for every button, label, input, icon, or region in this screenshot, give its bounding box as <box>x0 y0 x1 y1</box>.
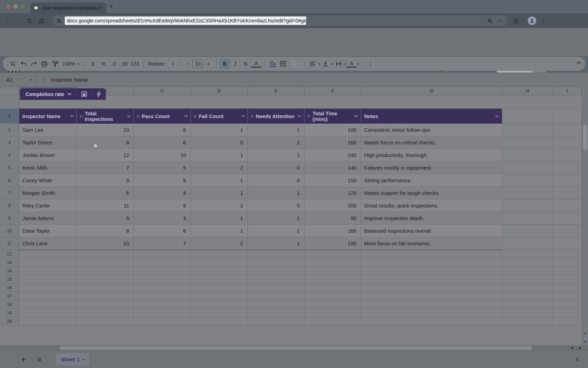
cell[interactable]: 2 <box>248 136 304 149</box>
row-header-18[interactable]: 18 <box>0 300 19 309</box>
table-row-4[interactable]: Jordan Brown121011240High productivity; … <box>19 149 502 162</box>
cell[interactable]: Riley Carter <box>19 199 77 212</box>
sheet-tab-caret-icon[interactable]: ▾ <box>83 357 84 361</box>
cell[interactable]: Needs focus on critical checks. <box>361 136 502 149</box>
home-icon[interactable] <box>38 18 50 24</box>
paint-format-icon[interactable] <box>50 59 60 69</box>
extensions-puzzle-icon[interactable] <box>512 18 519 24</box>
lightning-bolt-icon[interactable] <box>92 88 106 100</box>
grid-row-13[interactable] <box>19 258 582 267</box>
cell[interactable]: 1 <box>191 124 248 136</box>
row-header-17[interactable]: 17 <box>0 292 19 300</box>
table-header-needs-attention[interactable]: #Needs Attention <box>248 109 304 124</box>
reload-icon[interactable] <box>27 18 38 24</box>
column-menu-chevron-icon[interactable] <box>495 115 499 117</box>
horizontal-align-button[interactable] <box>307 59 318 69</box>
cell[interactable]: 180 <box>304 124 361 136</box>
select-all-corner[interactable] <box>0 87 19 95</box>
cell[interactable]: 1 <box>191 149 248 162</box>
cell[interactable]: 2 <box>191 162 248 174</box>
minimize-window-button[interactable] <box>13 4 18 9</box>
cell[interactable]: 10 <box>134 149 191 162</box>
grid-row-15[interactable] <box>19 275 582 284</box>
browser-tab[interactable]: User Inspection Completion S × <box>30 2 106 13</box>
table-row-6[interactable]: Casey White9810150Strong performance. <box>19 174 502 187</box>
cell[interactable]: 8 <box>77 225 134 237</box>
column-menu-chevron-icon[interactable] <box>127 115 131 117</box>
fill-color-button[interactable] <box>267 59 278 69</box>
increase-decimal-button[interactable]: .00 <box>119 59 130 69</box>
text-color-button[interactable]: A <box>251 60 261 68</box>
cell[interactable]: Casey White <box>19 174 77 187</box>
cell[interactable]: 160 <box>304 225 361 237</box>
redo-icon[interactable] <box>29 59 39 69</box>
cell[interactable]: 160 <box>304 136 361 149</box>
cell[interactable]: Strong performance. <box>361 174 502 187</box>
cell[interactable]: More focus on fail scenarios. <box>361 237 502 250</box>
merge-caret-icon[interactable]: ▾ <box>300 62 301 66</box>
grid-row-14[interactable] <box>19 267 582 275</box>
url-selection[interactable]: docs.google.com/spreadsheets/d/1nHuXdEaW… <box>65 16 306 25</box>
table-chip[interactable]: Completion rate <box>20 88 106 100</box>
column-header-G[interactable]: G <box>361 87 502 95</box>
table-header-pass-count[interactable]: #Pass Count <box>134 109 191 124</box>
row-header-9[interactable]: 9 <box>0 212 19 225</box>
close-tab-icon[interactable]: × <box>99 5 102 11</box>
chevron-down-icon[interactable] <box>68 93 71 95</box>
cell[interactable]: 0 <box>191 136 248 149</box>
close-window-button[interactable] <box>6 4 10 9</box>
column-header-H[interactable]: H <box>502 87 553 95</box>
bookmark-star-icon[interactable]: ☆ <box>498 17 503 25</box>
search-icon[interactable] <box>8 59 18 69</box>
cell[interactable]: 5 <box>77 212 134 225</box>
cell[interactable]: 200 <box>304 199 361 212</box>
row-header-2[interactable]: 2 <box>0 124 19 136</box>
bold-button[interactable]: B <box>219 59 230 69</box>
vertical-scrollbar-thumb[interactable] <box>583 125 587 150</box>
collapse-panel-icon[interactable]: ‹ <box>576 354 579 364</box>
text-wrap-button[interactable] <box>333 59 344 69</box>
horizontal-scrollbar-thumb[interactable] <box>59 346 532 350</box>
row-header-20[interactable]: 20 <box>0 317 19 326</box>
scroll-right-icon[interactable]: ▶ <box>579 346 582 350</box>
cell[interactable]: Drew Taylor <box>19 225 77 237</box>
cell[interactable]: 90 <box>304 212 361 225</box>
cell[interactable]: 1 <box>191 174 248 187</box>
column-header-E[interactable]: E <box>248 87 304 95</box>
autofill-handle[interactable] <box>94 144 97 148</box>
scroll-up-icon[interactable]: ▲ <box>583 331 587 335</box>
format-currency-button[interactable]: $ <box>88 59 98 69</box>
cell[interactable]: Balanced inspections overall. <box>361 225 502 237</box>
increase-font-size-button[interactable]: + <box>203 59 214 69</box>
row-header-19[interactable]: 19 <box>0 309 19 317</box>
row-header-10[interactable]: 10 <box>0 225 19 237</box>
all-sheets-icon[interactable]: ≡ <box>37 355 41 364</box>
cell[interactable]: Failures mostly in equipment. <box>361 162 502 174</box>
hide-menus-icon[interactable] <box>576 61 582 64</box>
add-sheet-icon[interactable]: + <box>21 355 26 364</box>
cell[interactable]: 1 <box>191 225 248 237</box>
print-icon[interactable] <box>39 59 50 69</box>
calculated-table-icon[interactable] <box>77 88 92 100</box>
new-tab-button[interactable]: + <box>109 2 113 11</box>
grid-row-17[interactable] <box>19 292 582 300</box>
row-header-11[interactable]: 11 <box>0 237 19 250</box>
borders-button[interactable] <box>278 59 288 69</box>
more-vertical-icon[interactable]: ⋮ <box>540 17 546 25</box>
cell[interactable]: Morgan Smith <box>19 187 77 199</box>
profile-avatar[interactable] <box>528 16 536 25</box>
cell[interactable]: Great results; quick inspections. <box>361 199 502 212</box>
table-row-3[interactable]: Taylor Green8602160Needs focus on critic… <box>19 136 502 149</box>
cell[interactable]: 7 <box>77 162 134 174</box>
cell[interactable]: 1 <box>248 149 304 162</box>
cell[interactable]: 9 <box>77 174 134 187</box>
omnibox[interactable]: docs.google.com/spreadsheets/d/1nHuXdEaW… <box>52 15 507 26</box>
column-header-F[interactable]: F <box>304 87 361 95</box>
row-header-4[interactable]: 4 <box>0 149 19 162</box>
row-header-16[interactable]: 16 <box>0 284 19 292</box>
cell[interactable]: 1 <box>248 225 304 237</box>
toolbar-more-icon[interactable]: ⋮ <box>365 59 376 69</box>
column-header-C[interactable]: C <box>134 87 191 95</box>
cell[interactable]: 3 <box>134 212 191 225</box>
cell[interactable]: 10 <box>77 237 134 250</box>
